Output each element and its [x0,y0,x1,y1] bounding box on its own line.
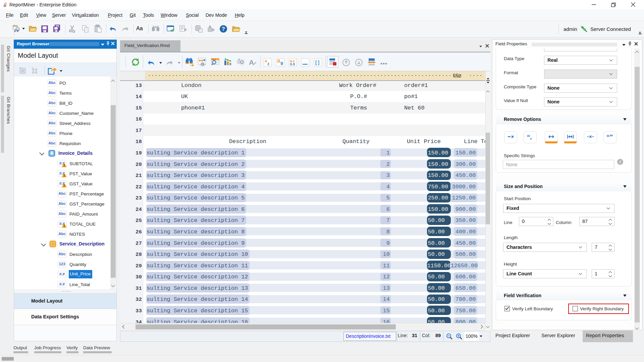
svg-text:z: z [267,61,269,66]
svg-text:a: a [265,59,267,63]
svg-text:“”: “” [606,134,613,140]
svg-text:9: 9 [280,61,283,66]
svg-text:0-9: 0-9 [290,62,295,66]
svg-text:0: 0 [277,58,280,64]
svg-text:“,: “, [527,134,532,140]
svg-text:[ ]: [ ] [315,60,319,65]
svg-text:?: ? [222,26,225,32]
